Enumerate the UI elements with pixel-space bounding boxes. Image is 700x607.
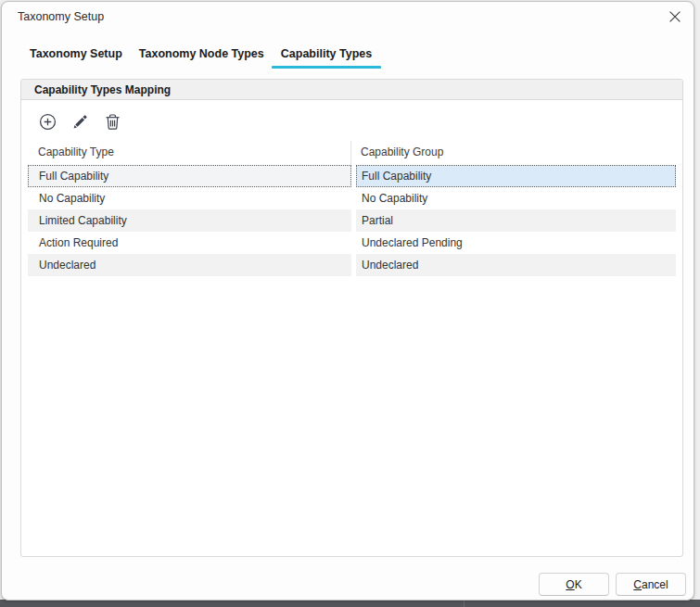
taxonomy-setup-dialog: Taxonomy Setup Taxonomy Setup Taxonomy N… [1,1,694,601]
cancel-button[interactable]: Cancel [616,573,686,596]
cell-capability-group[interactable]: Partial [356,209,676,232]
cell-capability-group[interactable]: Full Capability [356,165,676,187]
capability-types-mapping-panel: Capability Types Mapping [20,79,683,557]
trash-icon [105,113,121,133]
table-row[interactable]: Undeclared Undeclared [28,254,676,276]
cell-capability-group[interactable]: No Capability [356,187,676,209]
background-window-seam [464,600,465,607]
edit-button[interactable] [70,114,90,133]
cell-capability-type[interactable]: Full Capability [28,165,351,187]
cell-capability-group[interactable]: Undeclared [356,254,676,276]
column-header-capability-type[interactable]: Capability Type [28,141,351,165]
capability-mapping-table: Capability Type Capability Group Full Ca… [28,141,676,276]
table-row[interactable]: No Capability No Capability [28,187,676,209]
add-button[interactable] [37,114,57,133]
cell-capability-type[interactable]: Action Required [28,232,351,254]
ok-button[interactable]: OK [539,573,609,596]
cancel-button-label: Cancel [633,578,668,591]
dialog-titlebar: Taxonomy Setup [2,2,694,33]
tab-taxonomy-node-types[interactable]: Taxonomy Node Types [139,47,264,69]
panel-header: Capability Types Mapping [21,80,682,100]
cell-capability-type[interactable]: No Capability [28,187,351,209]
table-header-row: Capability Type Capability Group [28,141,676,165]
delete-button[interactable] [102,114,122,133]
cell-capability-type[interactable]: Undeclared [28,254,351,276]
panel-title: Capability Types Mapping [34,83,171,96]
pencil-icon [71,113,89,133]
close-button[interactable] [665,8,685,27]
close-icon [668,10,681,26]
cell-capability-group[interactable]: Undeclared Pending [356,232,676,254]
dialog-title: Taxonomy Setup [18,10,104,23]
column-header-capability-group[interactable]: Capability Group [356,141,676,165]
tab-taxonomy-setup[interactable]: Taxonomy Setup [30,47,122,69]
background-window-strip [0,600,700,607]
ok-button-label: OK [566,578,581,591]
tab-capability-types[interactable]: Capability Types [281,47,372,69]
add-circle-icon [39,113,57,133]
table-row[interactable]: Action Required Undeclared Pending [28,232,676,254]
tab-bar: Taxonomy Setup Taxonomy Node Types Capab… [30,47,372,69]
mapping-toolbar [21,100,682,141]
table-row[interactable]: Limited Capability Partial [28,209,676,232]
cell-capability-type[interactable]: Limited Capability [28,209,351,232]
table-row[interactable]: Full Capability Full Capability [28,165,676,187]
